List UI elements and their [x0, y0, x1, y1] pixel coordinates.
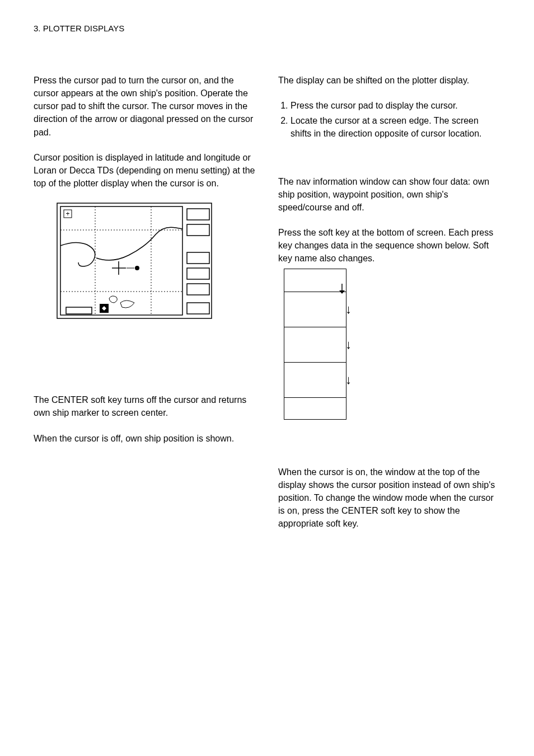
sequence-flow-figure: ↓ ↓ ↓ — [284, 269, 500, 420]
two-column-layout: Press the cursor pad to turn the cursor … — [34, 74, 500, 543]
plus-icon: + — [65, 210, 69, 218]
flow-step — [284, 398, 346, 420]
svg-rect-16 — [187, 268, 209, 279]
arrow-down-icon: ↓ — [345, 303, 352, 316]
flow-step — [284, 269, 346, 292]
plotter-diagram-svg: + — [56, 202, 213, 320]
paragraph: The nav information window can show four… — [278, 175, 500, 214]
paragraph: When the cursor is on, the window at the… — [278, 466, 500, 530]
numbered-list: Press the cursor pad to display the curs… — [278, 99, 500, 140]
flow-step: ↓ — [284, 327, 346, 363]
paragraph: Press the soft key at the bottom of scre… — [278, 226, 500, 265]
arrow-down-icon: ↓ — [345, 374, 352, 386]
svg-rect-0 — [57, 203, 212, 318]
paragraph: Cursor position is displayed in latitude… — [34, 151, 256, 190]
paragraph: Press the cursor pad to turn the cursor … — [34, 74, 256, 139]
svg-rect-18 — [187, 303, 209, 314]
paragraph: When the cursor is off, own ship positio… — [34, 432, 256, 445]
svg-rect-13 — [187, 209, 209, 220]
left-column: Press the cursor pad to turn the cursor … — [34, 74, 256, 543]
paragraph: The display can be shifted on the plotte… — [278, 74, 500, 87]
flow-step: ↓ — [284, 292, 346, 327]
svg-rect-11 — [66, 307, 92, 314]
list-item: Locate the cursor at a screen edge. The … — [291, 114, 500, 140]
svg-rect-14 — [187, 224, 209, 236]
svg-rect-17 — [187, 284, 209, 295]
svg-rect-15 — [187, 252, 209, 264]
paragraph: The CENTER soft key turns off the cursor… — [34, 393, 256, 419]
page-header: 3. PLOTTER DISPLAYS — [34, 22, 500, 35]
plotter-display-figure: + — [56, 202, 256, 320]
svg-rect-1 — [60, 206, 182, 315]
right-column: The display can be shifted on the plotte… — [278, 74, 500, 543]
arrow-down-icon: ↓ — [345, 339, 352, 351]
flow-step: ↓ — [284, 363, 346, 398]
svg-point-10 — [135, 266, 139, 270]
list-item: Press the cursor pad to display the curs… — [291, 99, 500, 112]
